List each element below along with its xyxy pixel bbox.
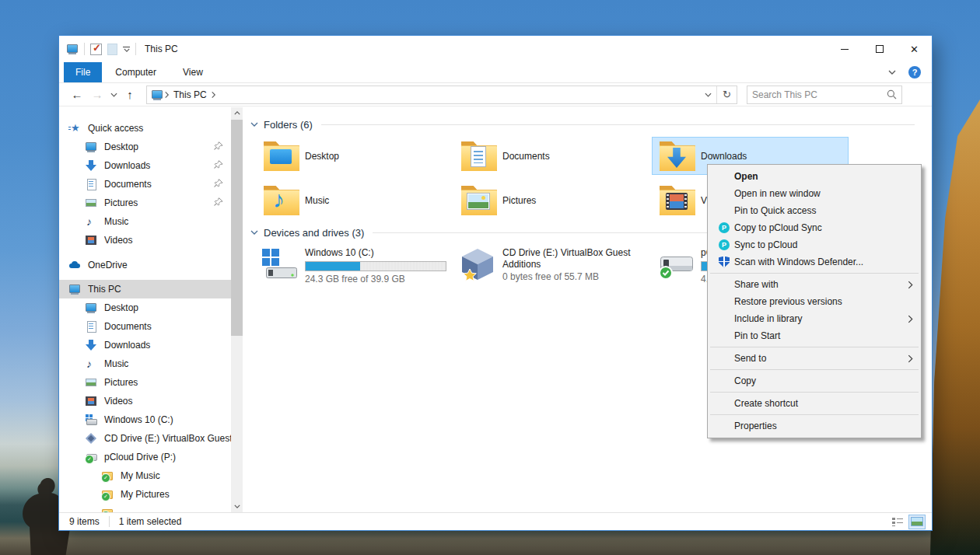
folder-tile-pictures[interactable]: Pictures [453,181,650,219]
sidebar-item-videos[interactable]: Videos [59,231,231,250]
sidebar-item-desktop[interactable]: Desktop [59,298,231,317]
quick-access-toolbar: This PC [59,43,178,55]
scroll-down-icon[interactable] [231,501,243,512]
navigation-bar: ← → ↑ This PC ↻ [59,83,932,106]
search-input[interactable] [752,89,887,100]
maximize-button[interactable] [862,36,897,62]
menu-separator [710,392,919,393]
film-icon [85,234,97,246]
sidebar-item-cd-drive[interactable]: CD Drive (E:) VirtualBox Guest Additions [59,429,231,448]
sidebar-item-downloads[interactable]: Downloads [59,336,231,354]
tab-computer[interactable]: Computer [102,62,170,82]
menu-item-restore-previous-versions[interactable]: Restore previous versions [709,293,919,310]
qat-new-folder-icon[interactable] [107,44,117,55]
items-count: 9 items [69,516,100,527]
address-dropdown-icon[interactable] [699,86,716,103]
menu-separator [710,414,919,415]
qat-properties-icon[interactable] [90,44,102,55]
folder-tile-music[interactable]: Music [256,181,453,219]
sidebar-item-pictures[interactable]: Pictures [59,373,231,392]
wallpaper-cliff [930,99,980,555]
sidebar-item-pictures[interactable]: Pictures [59,194,231,212]
recent-locations-icon[interactable] [107,92,120,97]
sidebar-item-my-pictures[interactable]: My Pictures [59,485,231,504]
menu-item-send-to[interactable]: Send to [709,350,919,367]
ribbon-collapse-icon[interactable] [888,70,896,75]
sidebar-item-onedrive[interactable]: OneDrive [59,256,231,274]
menu-item-include-in-library[interactable]: Include in library [709,310,919,327]
context-menu: Open Open in new window Pin to Quick acc… [707,164,922,438]
sidebar-item-quick-access[interactable]: Quick access [59,119,231,138]
sidebar-item-desktop[interactable]: Desktop [59,138,231,156]
forward-button[interactable]: → [87,88,107,101]
refresh-icon[interactable]: ↻ [716,86,737,103]
close-button[interactable]: ✕ [897,36,932,62]
desktop-icon [85,141,97,153]
tab-view[interactable]: View [170,62,216,82]
menu-item-copy-to-pcloud-sync[interactable]: PCopy to pCloud Sync [709,219,919,236]
group-header-folders[interactable]: Folders (6) [250,118,915,131]
folder-icon [461,186,497,215]
menu-item-pin-to-quick-access[interactable]: Pin to Quick access [709,202,919,219]
breadcrumb-chevron-icon[interactable] [211,91,215,98]
desktop-overlay-icon [270,149,292,164]
sidebar-item-windows-c[interactable]: Windows 10 (C:) [59,410,231,429]
sidebar-item-downloads[interactable]: Downloads [59,156,231,175]
breadcrumb[interactable]: This PC [173,89,207,100]
desktop-wallpaper: This PC ✕ File Computer View ? ← → [0,0,980,555]
pcloud-drive-icon [657,247,695,284]
status-bar: 9 items 1 item selected [59,512,932,530]
menu-item-properties[interactable]: Properties [709,417,919,435]
qat-customize-icon[interactable] [123,47,130,52]
sidebar-item-music[interactable]: Music [59,212,231,231]
menu-item-create-shortcut[interactable]: Create shortcut [709,395,919,412]
desktop-icon [85,302,97,314]
thumbnails-view-button[interactable] [908,515,926,529]
folder-icon [264,186,299,215]
pcloud-drive-icon [85,451,97,463]
pin-icon [214,179,223,190]
film-icon [85,395,97,407]
sidebar-item-this-pc[interactable]: This PC [59,280,231,298]
folder-tile-documents[interactable]: Documents [453,137,650,175]
menu-item-sync-to-pcloud[interactable]: PSync to pCloud [709,236,919,253]
pin-icon [214,141,223,153]
sidebar-item-videos[interactable]: Videos [59,392,231,410]
menu-item-open-in-new-window[interactable]: Open in new window [709,185,919,202]
music-overlay-icon [273,187,285,212]
menu-item-open[interactable]: Open [709,168,919,185]
pin-icon [214,197,223,209]
folder-tile-desktop[interactable]: Desktop [256,137,453,175]
picture-overlay-icon [467,194,489,209]
tree-scrollbar[interactable] [231,107,243,512]
menu-item-copy[interactable]: Copy [709,372,919,389]
minimize-button[interactable] [827,36,862,62]
windows-drive-icon [261,247,299,284]
back-button[interactable]: ← [67,88,87,101]
sidebar-item-my-music[interactable]: My Music [59,466,231,485]
up-button[interactable]: ↑ [120,88,140,101]
help-icon[interactable]: ? [908,66,921,79]
search-box[interactable] [747,86,902,104]
sidebar-item-documents[interactable]: Documents [59,317,231,336]
tab-file[interactable]: File [64,62,102,82]
scroll-up-icon[interactable] [231,107,243,119]
computer-icon [68,283,81,295]
menu-item-scan-with-windows-defender[interactable]: Scan with Windows Defender... [709,253,919,271]
menu-item-share-with[interactable]: Share with [709,276,919,293]
sidebar-item-documents[interactable]: Documents [59,175,231,194]
drive-tile-cd-virtualbox[interactable]: CD Drive (E:) VirtualBox Guest Additions… [453,244,650,282]
menu-item-pin-to-start[interactable]: Pin to Start [709,327,919,344]
menu-separator [710,273,919,274]
sidebar-item-clipped[interactable] [59,504,231,512]
details-view-button[interactable] [889,515,906,529]
scrollbar-thumb[interactable] [231,120,243,336]
drive-tile-windows-c[interactable]: Windows 10 (C:) 24.3 GB free of 39.9 GB [256,244,453,282]
sidebar-item-music[interactable]: Music [59,354,231,373]
sidebar-item-pcloud-drive[interactable]: pCloud Drive (P:) [59,448,231,466]
address-bar[interactable]: This PC ↻ [146,86,737,104]
breadcrumb-chevron-icon[interactable] [165,91,170,98]
search-icon[interactable] [887,89,897,99]
capacity-bar [305,261,446,271]
defender-shield-icon [719,257,730,268]
